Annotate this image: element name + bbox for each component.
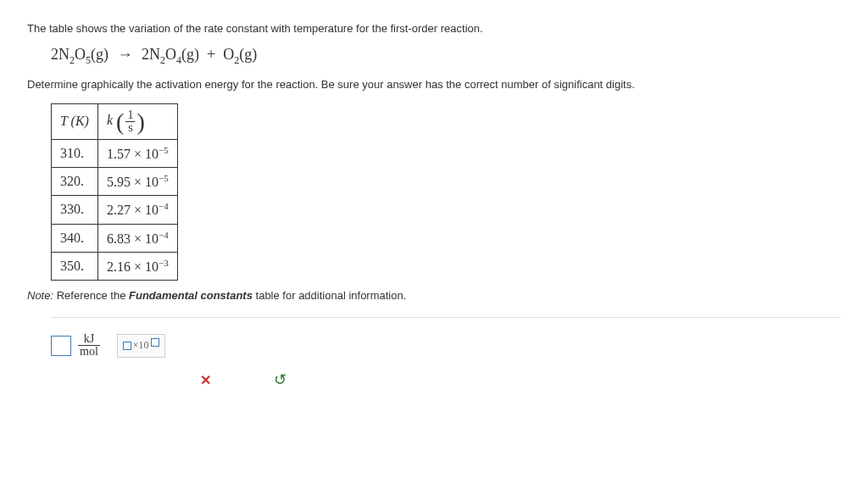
table-row: 340. 6.83 × 10−4 <box>52 224 178 252</box>
table-row: 330. 2.27 × 10−4 <box>52 196 178 224</box>
placeholder-icon <box>123 342 131 350</box>
header-rate-constant: k (1s) <box>97 103 177 139</box>
instruction-text: Determine graphically the activation ene… <box>27 76 841 93</box>
answer-input[interactable] <box>51 336 71 356</box>
note-text: Note: Reference the Fundamental constant… <box>27 289 841 302</box>
sci-label: ×10 <box>133 339 149 352</box>
table-row: 310. 1.57 × 10−5 <box>52 139 178 167</box>
intro-text: The table shows the variation of the rat… <box>27 20 841 37</box>
close-icon: ✕ <box>200 372 211 388</box>
answer-value-group: kJ mol <box>51 333 102 358</box>
reset-button[interactable]: ↺ <box>268 370 292 390</box>
clear-button[interactable]: ✕ <box>193 370 217 390</box>
answer-area: kJ mol ×10 ✕ ↺ <box>51 317 841 390</box>
placeholder-exponent-icon <box>151 338 159 347</box>
scientific-notation-button[interactable]: ×10 <box>117 334 165 358</box>
reset-icon: ↺ <box>274 370 287 389</box>
reaction-equation: 2N2O5(g) → 2N2O4(g) + O2(g) <box>51 46 841 67</box>
rate-constant-table: T (K) k (1s) 310. 1.57 × 10−5 320. 5.95 … <box>51 103 178 281</box>
header-temperature: T (K) <box>52 103 98 139</box>
table-row: 320. 5.95 × 10−5 <box>52 167 178 195</box>
answer-unit: kJ mol <box>78 333 100 358</box>
table-row: 350. 2.16 × 10−3 <box>52 252 178 280</box>
